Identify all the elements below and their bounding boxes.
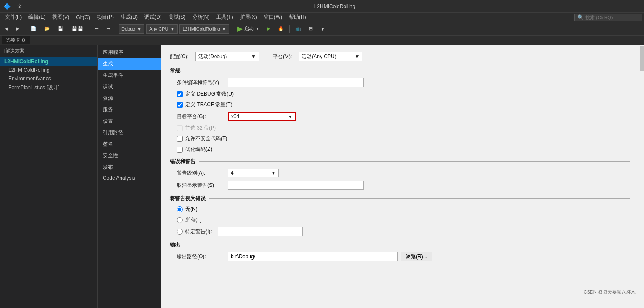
prop-nav-build-events[interactable]: 生成事件: [98, 70, 161, 81]
more-btn[interactable]: ▼: [317, 25, 328, 33]
radio-none[interactable]: [177, 206, 183, 212]
search-input[interactable]: [585, 15, 636, 20]
output-path-input[interactable]: [228, 252, 398, 261]
fire-btn[interactable]: 🔥: [275, 25, 287, 33]
toolbar-save-btn[interactable]: 💾: [55, 25, 67, 33]
general-title: 常规: [170, 67, 180, 74]
warning-level-arrow: ▼: [271, 171, 276, 175]
menu-debug[interactable]: 调试(D): [141, 13, 165, 22]
menu-analyze[interactable]: 分析(N): [189, 13, 213, 22]
layout-btn[interactable]: ⊞: [306, 25, 316, 33]
start-arrow: ▼: [255, 26, 260, 31]
target-platform-label: 目标平台(G):: [177, 113, 228, 120]
define-trace-row: 定义 TRACE 常量(T): [170, 101, 630, 108]
treat-warnings-title: 将警告视为错误: [170, 195, 206, 202]
right-scrollbar[interactable]: [639, 45, 644, 308]
menu-window[interactable]: 窗口(W): [260, 13, 285, 22]
radio-none-label: 无(N): [185, 206, 198, 213]
tree-item-formplan[interactable]: FormPlanList.cs [设计]: [0, 83, 97, 93]
general-line: [184, 71, 630, 71]
toolbar-forward-btn[interactable]: ▶: [13, 25, 22, 33]
config-select[interactable]: 活动(Debug) ▼: [195, 52, 259, 61]
prop-nav-signing[interactable]: 签名: [98, 138, 161, 150]
menu-help[interactable]: 帮助(H): [285, 13, 310, 22]
target-platform-select[interactable]: x64 ▼: [228, 112, 296, 121]
output-line: [184, 245, 630, 245]
menu-build[interactable]: 生成(B): [117, 13, 141, 22]
optimize-checkbox[interactable]: [177, 147, 183, 153]
allow-unsafe-label: 允许不安全代码(F): [185, 135, 227, 142]
prop-nav-publish[interactable]: 发布: [98, 161, 161, 173]
menu-file[interactable]: 文: [14, 2, 25, 10]
config-dropdown[interactable]: Debug ▼: [119, 24, 144, 34]
tree-item-envvar[interactable]: EnvironmentVar.cs: [0, 74, 97, 83]
search-box[interactable]: 🔍: [574, 14, 642, 21]
monitor-btn[interactable]: 📺: [292, 25, 304, 33]
solution-label: [解决方案]: [4, 48, 25, 54]
prefer32-checkbox[interactable]: [177, 125, 183, 131]
define-trace-checkbox[interactable]: [177, 102, 183, 108]
optimize-row: 优化编码(Z): [170, 146, 630, 153]
scroll-thumb[interactable]: [640, 46, 644, 71]
specific-warnings-input[interactable]: [218, 227, 303, 236]
define-debug-checkbox[interactable]: [177, 91, 183, 97]
prop-nav-settings[interactable]: 设置: [98, 116, 161, 127]
run-btn[interactable]: ▶: [264, 25, 273, 33]
toolbar-redo-btn[interactable]: ↪: [103, 25, 113, 33]
project-arrow: ▼: [222, 26, 226, 31]
platform-label: 平台(M):: [273, 53, 292, 60]
menu-view[interactable]: 视图(V): [49, 13, 73, 22]
errors-line: [199, 161, 630, 162]
menu-tools[interactable]: 工具(T): [213, 13, 236, 22]
project-dropdown[interactable]: L2HMIColdRolling ▼: [179, 24, 229, 34]
watermark: CSDN @每天要喝八杯水: [584, 289, 636, 295]
tree-item-project-child[interactable]: L2HMIColdRolling: [0, 66, 97, 74]
prop-nav-resources[interactable]: 资源: [98, 93, 161, 104]
conditional-compile-input[interactable]: [228, 78, 364, 87]
output-section-header: 输出: [170, 241, 630, 249]
output-path-row: 输出路径(O): 浏览(R)...: [170, 252, 630, 261]
toolbar-saveall-btn[interactable]: 💾💾: [68, 25, 86, 33]
menu-file[interactable]: 文件(F): [2, 13, 25, 22]
tab-options[interactable]: 选项卡 ⚙: [2, 36, 30, 44]
platform-dropdown[interactable]: Any CPU ▼: [146, 24, 178, 34]
warning-level-select[interactable]: 4 ▼: [228, 169, 279, 177]
radio-specific[interactable]: [177, 229, 183, 235]
menu-git[interactable]: Git(G): [73, 14, 93, 21]
radio-all-label: 所有(L): [185, 216, 202, 223]
menu-test[interactable]: 测试(S): [165, 13, 189, 22]
prop-nav-services[interactable]: 服务: [98, 104, 161, 116]
platform-select[interactable]: 活动(Any CPU) ▼: [299, 52, 362, 61]
target-platform-value: x64: [231, 113, 288, 119]
title-bar: 🔷 文 L2HMIColdRolling: [0, 0, 644, 13]
start-button[interactable]: ▶ 启动 ▼: [235, 24, 262, 34]
toolbar-back-btn[interactable]: ◀: [2, 25, 11, 33]
radio-none-row: 无(N): [170, 206, 630, 213]
menu-edit[interactable]: 编辑(E): [25, 13, 49, 22]
radio-all[interactable]: [177, 217, 183, 223]
prop-nav-build[interactable]: 生成: [98, 58, 161, 70]
suppress-warnings-input[interactable]: [228, 181, 364, 190]
radio-all-row: 所有(L): [170, 216, 630, 223]
prop-nav-security[interactable]: 安全性: [98, 150, 161, 161]
main-layout: [解决方案] L2HMIColdRolling L2HMIColdRolling…: [0, 45, 644, 308]
prop-content: 配置(C): 活动(Debug) ▼ 平台(M): 活动(Any CPU) ▼ …: [161, 45, 639, 308]
prop-nav-debug[interactable]: 调试: [98, 81, 161, 93]
sidebar-header: [解决方案]: [0, 45, 97, 57]
toolbar-undo-btn[interactable]: ↩: [92, 25, 102, 33]
tree-item-project[interactable]: L2HMIColdRolling: [0, 57, 97, 66]
prop-nav-code-analysis[interactable]: Code Analysis: [98, 173, 161, 183]
prop-nav-ref-paths[interactable]: 引用路径: [98, 127, 161, 138]
toolbar-sep-4: [232, 25, 232, 33]
toolbar-open-btn[interactable]: 📂: [41, 25, 53, 33]
toolbar-sep-3: [116, 25, 116, 33]
treat-warnings-line: [209, 198, 630, 199]
allow-unsafe-checkbox[interactable]: [177, 136, 183, 142]
browse-button[interactable]: 浏览(R)...: [401, 252, 432, 261]
target-platform-row: 目标平台(G): x64 ▼: [170, 112, 630, 121]
menu-project[interactable]: 项目(P): [93, 13, 117, 22]
toolbar-new-btn[interactable]: 📄: [28, 25, 40, 33]
menu-extensions[interactable]: 扩展(X): [237, 13, 260, 22]
suppress-warnings-label: 取消显示警告(S):: [177, 182, 228, 189]
prop-nav-application[interactable]: 应用程序: [98, 47, 161, 58]
